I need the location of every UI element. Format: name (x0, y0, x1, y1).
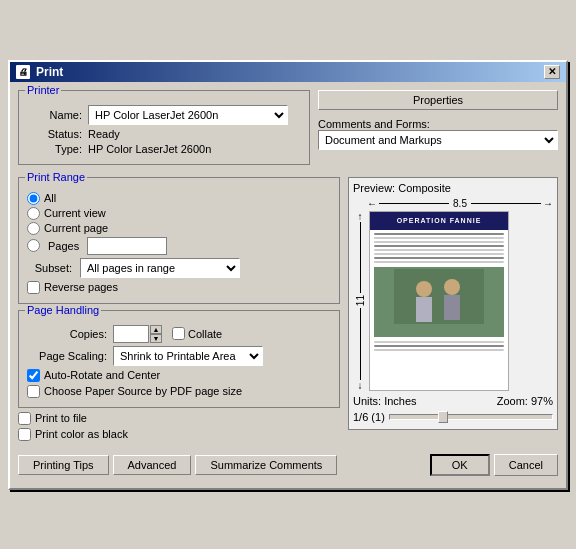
ruler-top-line2 (471, 203, 541, 204)
svg-rect-2 (416, 297, 432, 322)
print-range-legend: Print Range (25, 171, 87, 183)
svg-point-1 (416, 281, 432, 297)
reverse-pages-check[interactable] (27, 281, 40, 294)
preview-box: Preview: Composite ← 8.5 → ↑ (348, 177, 558, 430)
reverse-pages-row: Reverse pages (27, 281, 331, 294)
ruler-top-line (379, 203, 449, 204)
print-range-content: All Current view Current page Pages (27, 192, 331, 294)
choose-paper-label: Choose Paper Source by PDF page size (44, 385, 242, 397)
height-label: 11 (355, 295, 366, 306)
ok-button[interactable]: OK (430, 454, 490, 476)
text-line-6 (374, 253, 504, 255)
ruler-right-arrow: → (543, 198, 553, 209)
page-image-svg (394, 269, 484, 334)
printer-status-row: Status: Ready (27, 128, 301, 140)
copies-input[interactable]: 1 (113, 325, 149, 343)
status-label: Status: (27, 128, 82, 140)
comments-forms-select[interactable]: Document and Markups (318, 130, 558, 150)
auto-rotate-check[interactable] (27, 369, 40, 382)
summarize-comments-button[interactable]: Summarize Comments (195, 455, 337, 475)
status-value: Ready (88, 128, 120, 140)
subset-select[interactable]: All pages in range (80, 258, 240, 278)
radio-current-page[interactable] (27, 222, 40, 235)
printer-type-row: Type: HP Color LaserJet 2600n (27, 143, 301, 155)
copies-down[interactable]: ▼ (150, 334, 162, 343)
print-color-row: Print color as black (18, 428, 340, 441)
radio-all[interactable] (27, 192, 40, 205)
auto-rotate-label: Auto-Rotate and Center (44, 369, 160, 381)
units-label: Units: Inches (353, 395, 417, 407)
properties-button[interactable]: Properties (318, 90, 558, 110)
left-ruler: ↑ 11 ↓ (353, 211, 367, 391)
preview-footer: Units: Inches Zoom: 97% 1/6 (1) (353, 395, 553, 423)
collate-label: Collate (188, 328, 222, 340)
choose-paper-row: Choose Paper Source by PDF page size (27, 385, 331, 398)
radio-current-view[interactable] (27, 207, 40, 220)
comments-forms-label: Comments and Forms: (318, 118, 558, 130)
print-color-check[interactable] (18, 428, 31, 441)
page-scaling-row: Page Scaling: Shrink to Printable Area (27, 346, 331, 366)
radio-current-page-row: Current page (27, 222, 331, 235)
svg-point-3 (444, 279, 460, 295)
collate-row: Collate (172, 327, 222, 340)
copies-up[interactable]: ▲ (150, 325, 162, 334)
main-content: Print Range All Current view Current (18, 177, 558, 444)
printer-name-row: Name: HP Color LaserJet 2600n (27, 105, 301, 125)
text-line-5 (374, 249, 504, 251)
subset-row: Subset: All pages in range (27, 258, 331, 278)
close-button[interactable]: ✕ (544, 65, 560, 79)
page-header-bar: OPERATION FANNIE (370, 212, 508, 230)
text-line-4 (374, 245, 504, 247)
radio-pages-label: Pages (48, 240, 79, 252)
dialog-body: Printer Name: HP Color LaserJet 2600n St… (10, 82, 566, 488)
advanced-button[interactable]: Advanced (113, 455, 192, 475)
page-handling-fieldset: Page Handling Copies: 1 ▲ ▼ Collate (18, 310, 340, 408)
radio-pages-row: Pages 1 - 6 (27, 237, 331, 255)
svg-rect-5 (394, 324, 484, 334)
preview-header: Preview: Composite (353, 182, 553, 194)
text-line-10 (374, 345, 504, 347)
preview-slider-row: 1/6 (1) (353, 411, 553, 423)
print-range-fieldset: Print Range All Current view Current (18, 177, 340, 304)
auto-rotate-row: Auto-Rotate and Center (27, 369, 331, 382)
ruler-left-line2 (360, 308, 361, 379)
text-line-3 (374, 241, 504, 243)
preview-page: OPERATION FANNIE (369, 211, 509, 391)
page-slider-thumb[interactable] (438, 411, 448, 423)
text-line-1 (374, 233, 504, 235)
page-scaling-select[interactable]: Shrink to Printable Area (113, 346, 263, 366)
left-buttons: Printing Tips Advanced Summarize Comment… (18, 455, 337, 475)
dialog-buttons: Printing Tips Advanced Summarize Comment… (18, 450, 558, 480)
reverse-pages-label: Reverse pages (44, 281, 118, 293)
titlebar-left: 🖨 Print (16, 65, 63, 79)
pages-input[interactable]: 1 - 6 (87, 237, 167, 255)
radio-current-page-label: Current page (44, 222, 108, 234)
page-handling-legend: Page Handling (25, 304, 101, 316)
svg-rect-4 (444, 295, 460, 320)
ruler-left-line1 (360, 222, 361, 293)
preview-main: ↑ 11 ↓ OPERATION FANNIE (353, 211, 553, 391)
radio-pages[interactable] (27, 239, 40, 252)
width-label: 8.5 (453, 198, 467, 209)
page-header-text: OPERATION FANNIE (397, 217, 482, 224)
print-dialog: 🖨 Print ✕ Printer Name: HP Color LaserJe… (8, 60, 568, 490)
radio-all-label: All (44, 192, 56, 204)
collate-check[interactable] (172, 327, 185, 340)
page-num: 1/6 (1) (353, 411, 385, 423)
choose-paper-check[interactable] (27, 385, 40, 398)
print-color-label: Print color as black (35, 428, 128, 440)
text-line-8 (374, 261, 504, 263)
page-slider-track[interactable] (389, 414, 553, 420)
printing-tips-button[interactable]: Printing Tips (18, 455, 109, 475)
comments-forms-section: Comments and Forms: Document and Markups (318, 118, 558, 150)
print-options-section: Print to file Print color as black (18, 412, 340, 441)
printer-name-select[interactable]: HP Color LaserJet 2600n (88, 105, 288, 125)
radio-all-row: All (27, 192, 331, 205)
left-panel: Print Range All Current view Current (18, 177, 340, 444)
cancel-button[interactable]: Cancel (494, 454, 558, 476)
name-label: Name: (27, 109, 82, 121)
print-to-file-check[interactable] (18, 412, 31, 425)
printer-content: Name: HP Color LaserJet 2600n Status: Re… (27, 105, 301, 155)
text-line-7 (374, 257, 504, 259)
type-value: HP Color LaserJet 2600n (88, 143, 211, 155)
